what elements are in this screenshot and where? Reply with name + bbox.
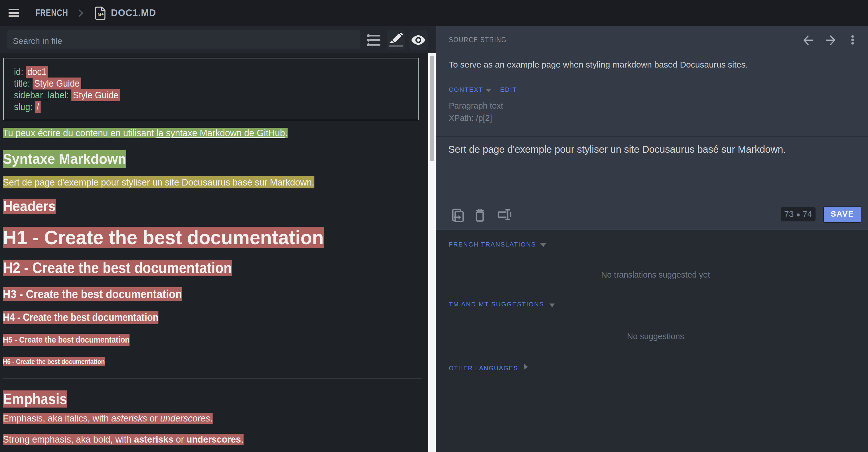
svg-text:M: M <box>98 12 101 17</box>
